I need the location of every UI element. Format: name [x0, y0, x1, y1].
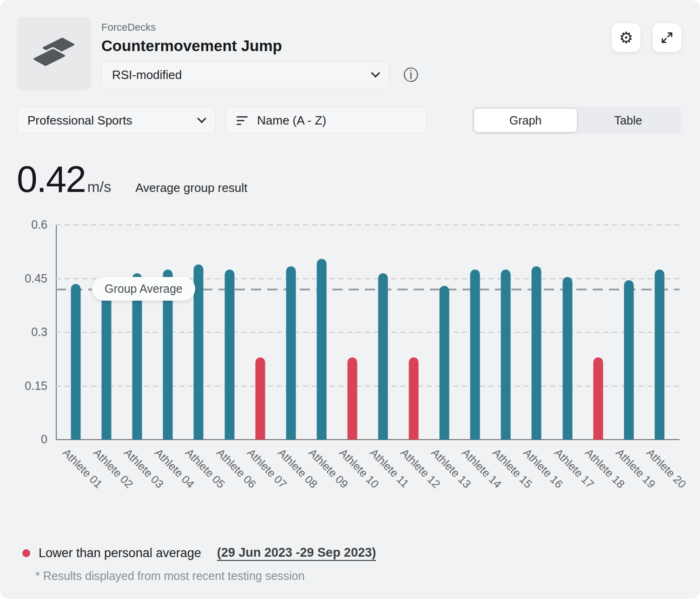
date-range-link[interactable]: (29 Jun 2023 -29 Sep 2023) — [217, 546, 376, 561]
chart-bar[interactable] — [532, 266, 542, 440]
group-summary: 0.42 m/s Average group result — [17, 161, 681, 198]
bar-slot: Athlete 16 — [521, 225, 552, 440]
chart-bar[interactable] — [654, 270, 664, 440]
bar-slot: Athlete 01 — [60, 225, 91, 440]
chart-bar[interactable] — [593, 357, 603, 440]
bar-slot: Athlete 08 — [276, 225, 306, 440]
chart-bar[interactable] — [562, 277, 572, 440]
force-plates-icon — [32, 35, 76, 72]
bar-slot: Athlete 14 — [460, 225, 490, 440]
title-block: ForceDecks Countermovement Jump RSI-modi… — [101, 17, 418, 88]
settings-button[interactable]: ⚙ — [612, 23, 641, 52]
chart-bar[interactable] — [409, 357, 419, 440]
y-tick-label: 0 — [11, 433, 47, 446]
y-tick-label: 0.6 — [11, 218, 47, 231]
bar-slot: Athlete 13 — [429, 225, 460, 440]
metric-row: RSI-modified ⓘ — [101, 61, 418, 88]
chevron-down-icon — [197, 114, 206, 123]
bars-container: Athlete 01Athlete 02Athlete 03Athlete 04… — [56, 225, 680, 440]
legend-label: Lower than personal average — [39, 546, 201, 560]
expand-icon — [660, 31, 674, 45]
average-value: 0.42 — [17, 161, 86, 198]
bar-slot: Athlete 17 — [552, 225, 583, 440]
app-label: ForceDecks — [101, 21, 418, 33]
chart-bar[interactable] — [378, 273, 388, 440]
forcedecks-logo — [17, 17, 91, 90]
legend: Lower than personal average (29 Jun 2023… — [17, 546, 681, 561]
chart-plot-area: Athlete 01Athlete 02Athlete 03Athlete 04… — [56, 225, 680, 440]
info-icon[interactable]: ⓘ — [403, 67, 418, 82]
bar-slot: Athlete 18 — [583, 225, 614, 440]
sort-icon — [237, 116, 248, 125]
chart-bar[interactable] — [501, 270, 511, 440]
gear-icon: ⚙ — [619, 28, 633, 47]
bar-slot: Athlete 07 — [245, 225, 276, 440]
chart-bar[interactable] — [255, 357, 265, 440]
chart-bar[interactable] — [194, 264, 204, 440]
y-tick-label: 0.45 — [11, 272, 47, 285]
bar-slot: Athlete 15 — [490, 225, 521, 440]
legend-dot — [22, 549, 30, 557]
bar-slot: Athlete 03 — [122, 225, 152, 440]
expand-button[interactable] — [653, 23, 681, 52]
chart-bar[interactable] — [102, 290, 112, 440]
chart-bar[interactable] — [71, 284, 81, 440]
bar-chart: Athlete 01Athlete 02Athlete 03Athlete 04… — [17, 225, 681, 440]
bar-slot: Athlete 06 — [214, 225, 244, 440]
sort-value: Name (A - Z) — [257, 113, 326, 128]
chart-bar[interactable] — [286, 266, 296, 440]
group-dropdown-value: Professional Sports — [27, 113, 132, 128]
footnote: * Results displayed from most recent tes… — [17, 569, 681, 583]
forcedecks-dashboard: ForceDecks Countermovement Jump RSI-modi… — [0, 0, 700, 599]
group-average-pill: Group Average — [92, 277, 195, 301]
chart-bar[interactable] — [470, 270, 480, 440]
page-title: Countermovement Jump — [101, 37, 418, 55]
metric-dropdown-value: RSI-modified — [112, 68, 182, 82]
bar-slot: Athlete 02 — [91, 225, 122, 440]
view-toggle: Graph Table — [472, 107, 681, 134]
average-label: Average group result — [135, 181, 247, 195]
header-actions: ⚙ — [612, 17, 681, 52]
chart-bar[interactable] — [624, 280, 634, 440]
bar-slot: Athlete 10 — [337, 225, 368, 440]
chart-bar[interactable] — [225, 270, 234, 440]
metric-dropdown[interactable]: RSI-modified — [101, 61, 390, 88]
group-dropdown[interactable]: Professional Sports — [17, 107, 216, 134]
tab-table[interactable]: Table — [577, 109, 680, 132]
bar-slot: Athlete 04 — [152, 225, 183, 440]
bar-slot: Athlete 12 — [398, 225, 429, 440]
bar-slot: Athlete 20 — [644, 225, 675, 440]
sort-control[interactable]: Name (A - Z) — [226, 107, 427, 134]
y-tick-label: 0.15 — [11, 379, 47, 393]
header: ForceDecks Countermovement Jump RSI-modi… — [17, 17, 681, 90]
bar-slot: Athlete 11 — [368, 225, 398, 440]
chart-bar[interactable] — [440, 286, 449, 440]
bar-slot: Athlete 19 — [614, 225, 644, 440]
chart-bar[interactable] — [347, 357, 357, 440]
average-unit: m/s — [87, 178, 112, 196]
tab-graph[interactable]: Graph — [474, 109, 577, 132]
filter-row: Professional Sports Name (A - Z) Graph T… — [17, 107, 681, 134]
bar-slot: Athlete 05 — [183, 225, 214, 440]
chevron-down-icon — [371, 68, 380, 78]
bar-slot: Athlete 09 — [306, 225, 337, 440]
chart-bar[interactable] — [317, 259, 326, 440]
y-tick-label: 0.3 — [11, 325, 47, 339]
